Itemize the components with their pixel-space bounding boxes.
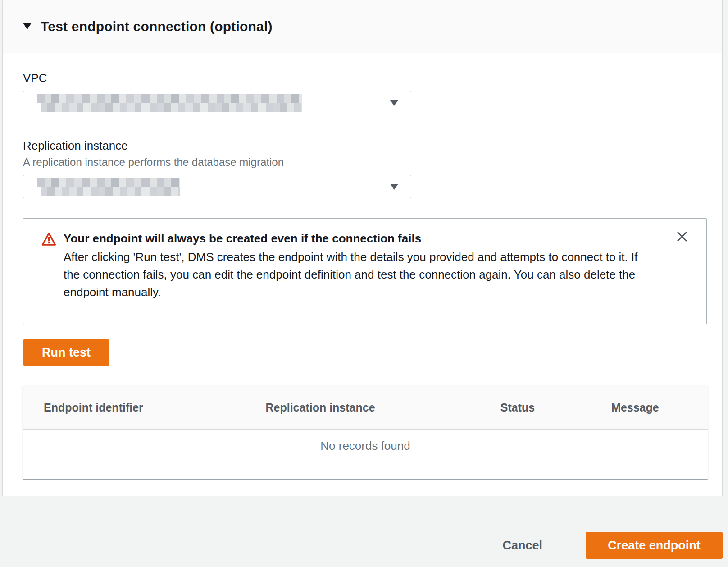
- section-header-toggle[interactable]: Test endpoint connection (optional): [3, 0, 722, 53]
- column-header-status: Status: [480, 386, 591, 429]
- column-header-endpoint-identifier: Endpoint identifier: [23, 386, 245, 429]
- replication-instance-label: Replication instance: [23, 139, 702, 152]
- run-test-button[interactable]: Run test: [23, 339, 109, 366]
- section-title: Test endpoint connection (optional): [41, 19, 273, 34]
- empty-state-text: No records found: [23, 430, 708, 479]
- warning-alert: Your endpoint will always be created eve…: [23, 218, 707, 324]
- warning-title: Your endpoint will always be created eve…: [64, 231, 649, 246]
- triangle-down-icon: [23, 23, 32, 30]
- column-header-replication-instance: Replication instance: [245, 386, 479, 429]
- caret-down-icon: [390, 184, 398, 190]
- close-icon: [675, 230, 689, 243]
- warning-text-block: Your endpoint will always be created eve…: [64, 231, 649, 301]
- vpc-select[interactable]: [23, 91, 411, 114]
- replication-instance-selected-value-redacted: [37, 178, 180, 196]
- vpc-field: VPC: [23, 71, 702, 114]
- warning-triangle-icon: [41, 232, 56, 247]
- replication-instance-field: Replication instance A replication insta…: [23, 139, 702, 198]
- close-warning-button[interactable]: [674, 229, 690, 245]
- vpc-selected-value-redacted: [37, 94, 302, 112]
- test-endpoint-connection-panel: Test endpoint connection (optional) VPC …: [3, 0, 723, 496]
- vpc-label: VPC: [23, 71, 702, 85]
- table-header-row: Endpoint identifier Replication instance…: [23, 386, 708, 430]
- caret-down-icon: [390, 100, 398, 106]
- column-header-message: Message: [591, 386, 708, 429]
- replication-instance-select[interactable]: [23, 175, 411, 198]
- form-footer: Cancel Create endpoint: [0, 496, 728, 567]
- replication-instance-description: A replication instance performs the data…: [23, 156, 702, 169]
- warning-body: After clicking 'Run test', DMS creates t…: [64, 248, 649, 301]
- test-results-table: Endpoint identifier Replication instance…: [23, 386, 708, 479]
- cancel-button[interactable]: Cancel: [502, 532, 542, 559]
- create-endpoint-button[interactable]: Create endpoint: [586, 532, 723, 559]
- section-body: VPC Replication instance A replication i…: [3, 53, 722, 479]
